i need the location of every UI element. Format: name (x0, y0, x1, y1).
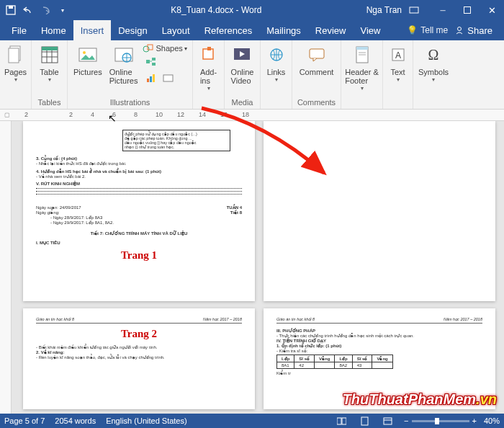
ruler-vertical[interactable] (0, 121, 12, 414)
shapes-button[interactable]: Shapes▾ (143, 43, 187, 53)
maximize-icon[interactable] (455, 0, 480, 20)
group-text: A Text▾ (383, 40, 413, 109)
links-button[interactable]: Links▾ (263, 42, 290, 84)
svg-rect-40 (384, 418, 392, 424)
document-workspace[interactable]: được phép sử dụng cặp dấu ngoặc (...) để… (0, 121, 504, 414)
comment-button[interactable]: Comment (297, 42, 337, 78)
svg-rect-25 (163, 75, 173, 81)
online-pictures-button[interactable]: Online Pictures (107, 42, 141, 86)
page-thumbnail-blank[interactable] (264, 121, 495, 301)
chart-icon (145, 73, 157, 84)
tab-review[interactable]: Review (308, 20, 354, 40)
svg-rect-6 (9, 48, 19, 63)
title-bar: ▾ K8_Tuan 4.docx - Word Nga Tran ─ ✕ (0, 0, 504, 20)
zoom-control[interactable]: − + 40% (404, 416, 500, 425)
qat-customize-icon[interactable]: ▾ (55, 2, 71, 18)
window-controls: ─ ✕ (431, 0, 504, 20)
svg-rect-3 (464, 7, 471, 14)
tab-view[interactable]: View (353, 20, 387, 40)
page-indicator[interactable]: Page 5 of 7 (4, 416, 45, 425)
addins-icon (198, 43, 220, 66)
ruler-horizontal[interactable]: ▢ 2 2 4 6 8 10 12 14 16 18 (0, 110, 504, 121)
comment-icon (306, 43, 328, 66)
pictures-button[interactable]: Pictures (71, 42, 105, 78)
word-count[interactable]: 2054 words (55, 416, 96, 425)
zoom-slider[interactable] (412, 420, 469, 422)
tab-insert[interactable]: Insert (73, 20, 112, 40)
group-label (416, 97, 451, 109)
table-button[interactable]: Table▾ (36, 42, 63, 84)
video-icon (231, 43, 253, 66)
online-video-button[interactable]: Online Video (228, 42, 257, 86)
language-indicator[interactable]: English (United States) (106, 416, 187, 425)
pages-icon (5, 43, 27, 66)
svg-point-17 (143, 46, 149, 52)
page-thumbnail-2[interactable]: Giáo án tin học khối 8Năm học 2017 – 201… (23, 308, 255, 409)
text-button[interactable]: A Text▾ (384, 42, 412, 84)
redo-icon[interactable] (37, 2, 53, 18)
links-icon (266, 43, 287, 66)
screenshot-button[interactable] (160, 71, 177, 86)
page-content: được phép sử dụng cặp dấu ngoặc (...) để… (122, 130, 230, 151)
ribbon-display-icon[interactable] (409, 6, 431, 14)
pages-button[interactable]: Pages▾ (1, 42, 30, 84)
undo-icon[interactable] (20, 2, 36, 18)
zoom-out-icon[interactable]: − (404, 416, 408, 425)
screenshot-icon (163, 74, 174, 83)
group-media: Online Video Media (225, 40, 261, 109)
group-label (196, 97, 221, 109)
page-annotation: Trang 2 (36, 328, 242, 340)
quick-access-toolbar: ▾ (0, 2, 73, 18)
chart-button[interactable] (143, 71, 160, 86)
tab-home[interactable]: Home (34, 20, 73, 40)
share-button[interactable]: Share (448, 25, 500, 36)
web-layout-icon[interactable] (381, 414, 394, 427)
svg-rect-37 (337, 418, 341, 424)
svg-rect-32 (356, 47, 368, 50)
header-footer-icon (351, 43, 373, 66)
print-layout-icon[interactable] (358, 414, 371, 427)
smartart-icon (145, 57, 157, 67)
group-addins: Add- ins▾ (193, 40, 225, 109)
save-icon[interactable] (3, 2, 19, 18)
zoom-in-icon[interactable]: + (472, 416, 477, 425)
minimize-icon[interactable]: ─ (431, 0, 455, 20)
svg-rect-21 (152, 63, 156, 66)
tab-layout[interactable]: Layout (155, 20, 197, 40)
ribbon-tabs: File Home Insert Design Layout Reference… (0, 20, 504, 40)
table-icon (39, 43, 60, 66)
group-label (386, 97, 410, 109)
cursor-icon: ↖ (108, 112, 117, 124)
addins-button[interactable]: Add- ins▾ (195, 42, 222, 93)
symbols-button[interactable]: Ω Symbols▾ (415, 42, 451, 84)
svg-point-14 (83, 51, 86, 54)
svg-point-4 (458, 27, 462, 31)
group-label (3, 97, 28, 109)
svg-rect-39 (361, 417, 368, 425)
read-mode-icon[interactable] (335, 414, 348, 427)
tab-mailings[interactable]: Mailings (259, 20, 308, 40)
group-links: Links▾ (261, 40, 292, 109)
bulb-icon: 💡 (407, 25, 418, 35)
group-illustrations: Pictures Online Pictures Shapes▾ Illustr… (68, 40, 193, 109)
document-title: K8_Tuan 4.docx - Word (73, 5, 359, 15)
svg-rect-38 (342, 418, 346, 424)
tell-me[interactable]: 💡Tell me (407, 25, 448, 35)
tab-design[interactable]: Design (111, 20, 154, 40)
svg-rect-1 (9, 6, 13, 9)
header-footer-button[interactable]: Header & Footer▾ (342, 42, 381, 93)
tab-references[interactable]: References (197, 20, 259, 40)
ruler-toggle-icon[interactable]: ▢ (4, 112, 10, 118)
group-label (344, 97, 379, 109)
svg-rect-22 (147, 79, 149, 82)
close-icon[interactable]: ✕ (480, 0, 504, 20)
tab-file[interactable]: File (4, 20, 34, 40)
zoom-level[interactable]: 40% (484, 416, 500, 425)
smartart-button[interactable] (143, 54, 160, 70)
text-icon: A (387, 43, 409, 66)
svg-rect-20 (152, 58, 156, 61)
user-name[interactable]: Nga Tran (359, 5, 409, 15)
group-comments: Comment Comments (292, 40, 341, 109)
page-thumbnail-1[interactable]: được phép sử dụng cặp dấu ngoặc (...) để… (23, 121, 255, 301)
group-symbols: Ω Symbols▾ (413, 40, 454, 109)
